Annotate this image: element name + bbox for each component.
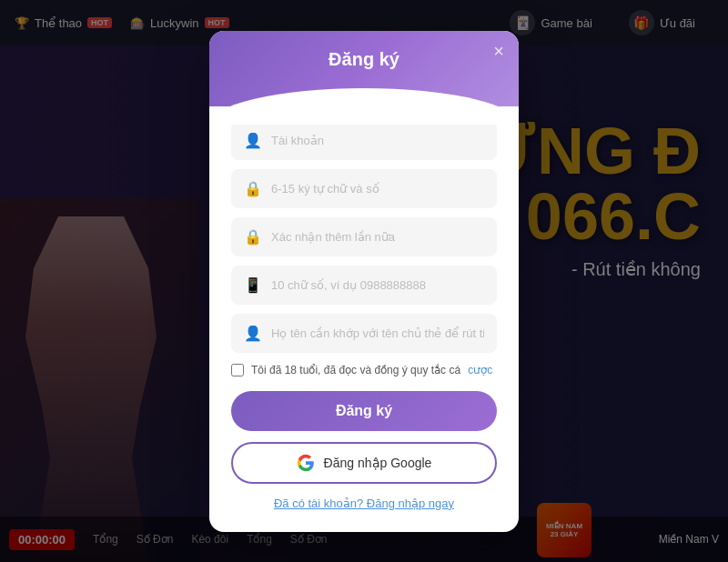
modal-body: 👤 🔒 🔒 📱 👤 <box>209 106 519 510</box>
fullname-icon: 👤 <box>244 325 262 342</box>
password-field-container: 🔒 <box>231 169 497 208</box>
confirm-password-input[interactable] <box>271 230 484 244</box>
google-button-label: Đăng nhập Google <box>324 456 432 470</box>
phone-input[interactable] <box>271 278 484 292</box>
username-field-container: 👤 <box>231 121 497 160</box>
phone-icon: 📱 <box>244 276 262 294</box>
phone-field-container: 📱 <box>231 266 497 305</box>
terms-row: Tôi đã 18 tuổi, đã đọc và đồng ý quy tắc… <box>231 364 497 376</box>
google-icon <box>297 454 315 472</box>
login-link[interactable]: Đã có tài khoản? Đăng nhập ngay <box>231 497 497 510</box>
modal-title: Đăng ký <box>228 49 500 70</box>
google-login-button[interactable]: Đăng nhập Google <box>231 442 497 484</box>
terms-link[interactable]: cược <box>468 364 492 376</box>
lock-icon: 🔒 <box>244 180 262 197</box>
close-icon[interactable]: × <box>493 42 504 60</box>
fullname-field-container: 👤 <box>231 314 497 353</box>
registration-modal: × Đăng ký 👤 🔒 🔒 📱 <box>209 31 519 532</box>
lock2-icon: 🔒 <box>244 228 262 246</box>
terms-checkbox[interactable] <box>231 364 244 376</box>
password-input[interactable] <box>271 182 484 196</box>
terms-text: Tôi đã 18 tuổi, đã đọc và đồng ý quy tắc… <box>251 364 460 376</box>
register-button[interactable]: Đăng ký <box>231 391 497 431</box>
fullname-input[interactable] <box>271 326 484 340</box>
modal-header: × Đăng ký <box>209 31 519 106</box>
modal-backdrop[interactable]: × Đăng ký 👤 🔒 🔒 📱 <box>0 0 728 562</box>
username-input[interactable] <box>271 134 484 147</box>
user-icon: 👤 <box>244 132 262 149</box>
confirm-password-field-container: 🔒 <box>231 217 497 256</box>
